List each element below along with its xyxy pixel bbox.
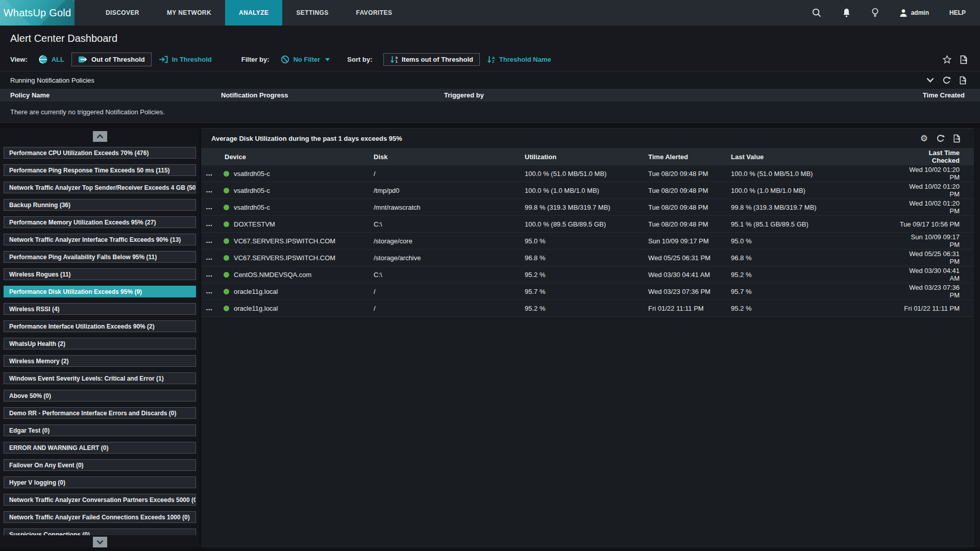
notification-empty-message: There are currently no triggered Notific…	[0, 102, 980, 122]
threshold-item[interactable]: Failover On Any Event (0)	[4, 459, 196, 471]
table-row[interactable]: ••• vsatlrdh05-c /tmp/pd0 100.0 % (1.0 M…	[201, 182, 974, 199]
table-row[interactable]: ••• oracle11g.local / 95.2 % Fri 01/22 1…	[201, 300, 974, 317]
threshold-item[interactable]: Performance Interface Utilization Exceed…	[4, 320, 196, 332]
nav-tab-analyze[interactable]: ANALYZE	[225, 0, 282, 26]
search-icon[interactable]	[812, 8, 822, 18]
utilization-cell: 95.2 %	[525, 271, 648, 279]
device-name: VC67.SERVERS.IPSWITCH.COM	[234, 254, 335, 262]
view-option-all[interactable]: ALL	[39, 55, 64, 64]
sort-option-threshold-name[interactable]: AZ Threshold Name	[487, 56, 551, 63]
row-menu-button[interactable]: •••	[206, 273, 213, 278]
refresh-icon[interactable]	[936, 134, 945, 143]
view-option-in-threshold[interactable]: In Threshold	[159, 55, 212, 64]
threshold-item[interactable]: Performance Disk Utilization Exceeds 95%…	[4, 286, 196, 297]
row-menu-button[interactable]: •••	[206, 223, 213, 228]
last-time-checked-cell: Sun 10/09 09:17 PM	[899, 233, 974, 248]
filter-dropdown[interactable]: No Filter	[281, 55, 330, 64]
nav-right-cluster: admin HELP	[812, 0, 980, 26]
export-icon[interactable]	[953, 134, 961, 143]
disk-cell: C:\	[374, 220, 525, 228]
filter-value: No Filter	[293, 56, 321, 63]
threshold-item[interactable]: Above 50% (0)	[4, 390, 196, 402]
last-time-checked-cell: Tue 09/17 10:56 PM	[899, 220, 974, 228]
last-value-cell: 95.2 %	[731, 305, 899, 312]
device-name: vsatlrdh05-c	[234, 170, 270, 178]
last-value-cell: 100.0 % (51.0 MB/51.0 MB)	[731, 170, 899, 178]
last-time-checked-cell: Fri 01/22 11:11 PM	[899, 305, 974, 312]
threshold-item[interactable]: Performance CPU Utilization Exceeds 70% …	[4, 147, 196, 159]
notification-panel-header: Running Notification Policies	[0, 71, 980, 89]
row-menu-button[interactable]: •••	[206, 206, 213, 211]
scroll-down-button[interactable]	[93, 537, 107, 547]
brand-logo[interactable]: WhatsUp Gold	[0, 0, 75, 26]
threshold-item[interactable]: Performance Ping Response Time Exceeds 5…	[4, 164, 196, 176]
threshold-item[interactable]: Network Traffic Analyzer Failed Connecti…	[4, 511, 196, 523]
scroll-up-button[interactable]	[93, 131, 107, 142]
favorite-star-icon[interactable]	[943, 55, 951, 64]
threshold-item[interactable]: Edgar Test (0)	[4, 424, 196, 436]
column-notification-progress: Notification Progress	[221, 91, 444, 99]
nav-tab-my-network[interactable]: MY NETWORK	[153, 0, 225, 26]
threshold-item[interactable]: Windows Event Severity Levels: Critical …	[4, 372, 196, 384]
threshold-item[interactable]: Demo RR - Performance Interface Errors a…	[4, 407, 196, 419]
utilization-cell: 96.8 %	[525, 254, 648, 262]
threshold-item[interactable]: Backup Running (36)	[4, 199, 196, 211]
nav-tab-favorites[interactable]: FAVORITES	[342, 0, 406, 26]
utilization-cell: 100.0 % (89.5 GB/89.5 GB)	[525, 220, 648, 228]
row-menu-button[interactable]: •••	[206, 257, 213, 261]
refresh-icon[interactable]	[942, 76, 951, 85]
gear-icon[interactable]: ⚙	[920, 134, 928, 142]
row-menu-button[interactable]: •••	[206, 189, 213, 194]
time-alerted-cell: Wed 05/25 06:31 PM	[648, 254, 731, 262]
user-menu[interactable]: admin	[899, 9, 929, 17]
device-name: DOXTESTVM	[234, 220, 275, 228]
threshold-item[interactable]: ERROR AND WARNING ALERT (0)	[4, 442, 196, 454]
time-alerted-cell: Tue 08/20 09:48 PM	[648, 187, 731, 194]
lightbulb-icon[interactable]	[871, 8, 879, 18]
utilization-cell: 99.8 % (319.3 MB/319.7 MB)	[525, 204, 648, 211]
table-row[interactable]: ••• DOXTESTVM C:\ 100.0 % (89.5 GB/89.5 …	[201, 216, 974, 233]
bell-icon[interactable]	[842, 8, 851, 18]
export-icon[interactable]	[960, 55, 968, 64]
threshold-item[interactable]: Wireless Rogues (11)	[4, 268, 196, 280]
column-last-time-checked: Last Time Checked	[899, 149, 974, 164]
column-policy-name: Policy Name	[0, 91, 221, 99]
page-header: Alert Center Dashboard View: ALL Out of …	[0, 26, 980, 71]
collapse-chevron-icon[interactable]	[926, 78, 934, 83]
help-link[interactable]: HELP	[949, 9, 966, 16]
threshold-item[interactable]: Suspicious Connections (0)	[4, 529, 196, 535]
utilization-cell: 100.0 % (1.0 MB/1.0 MB)	[525, 187, 648, 194]
row-menu-button[interactable]: •••	[206, 290, 213, 295]
device-name: vsatlrdh05-c	[234, 187, 270, 194]
threshold-item[interactable]: Network Traffic Analyzer Interface Traff…	[4, 234, 196, 245]
table-row[interactable]: ••• oracle11g.local / 95.7 % Wed 03/23 0…	[201, 283, 974, 300]
threshold-item[interactable]: Network Traffic Analyzer Conversation Pa…	[4, 494, 196, 506]
row-menu-button[interactable]: •••	[206, 240, 213, 244]
view-option-out-of-threshold[interactable]: Out of Threshold	[71, 53, 152, 66]
table-row[interactable]: ••• VC67.SERVERS.IPSWITCH.COM /storage/a…	[201, 249, 974, 266]
table-row[interactable]: ••• vsatlrdh05-c / 100.0 % (51.0 MB/51.0…	[201, 165, 974, 182]
notification-panel-title: Running Notification Policies	[10, 77, 94, 84]
threshold-item[interactable]: Network Traffic Analyzer Top Sender/Rece…	[4, 182, 196, 193]
table-row[interactable]: ••• VC67.SERVERS.IPSWITCH.COM /storage/c…	[201, 233, 974, 249]
threshold-item[interactable]: Hyper V logging (0)	[4, 477, 196, 488]
export-icon[interactable]	[959, 76, 967, 85]
threshold-item[interactable]: Wireless Memory (2)	[4, 355, 196, 367]
nav-tab-settings[interactable]: SETTINGS	[282, 0, 342, 26]
last-value-cell: 95.1 % (85.1 GB/89.5 GB)	[731, 220, 899, 228]
disk-cell: /	[374, 288, 525, 295]
main-content: Performance CPU Utilization Exceeds 70% …	[0, 128, 980, 547]
last-time-checked-cell: Wed 10/02 01:20 PM	[899, 166, 974, 181]
row-menu-button[interactable]: •••	[206, 172, 213, 177]
table-row[interactable]: ••• vsatlrdh05-c /mnt/rawscratch 99.8 % …	[201, 199, 974, 216]
threshold-item[interactable]: Performance Ping Availability Falls Belo…	[4, 251, 196, 263]
nav-tab-discover[interactable]: DISCOVER	[92, 0, 153, 26]
sort-option-items-out[interactable]: 91 Items out of Threshold	[383, 53, 480, 66]
threshold-item[interactable]: Performance Memory Utilization Exceeds 9…	[4, 216, 196, 228]
row-menu-button[interactable]: •••	[206, 307, 213, 312]
last-value-cell: 95.2 %	[731, 271, 899, 279]
threshold-item[interactable]: WhatsUp Health (2)	[4, 338, 196, 349]
threshold-item[interactable]: Wireless RSSI (4)	[4, 303, 196, 315]
disk-cell: /storage/core	[374, 237, 525, 245]
table-row[interactable]: ••• CentOS.NMDEVSQA.com C:\ 95.2 % Wed 0…	[201, 266, 974, 283]
